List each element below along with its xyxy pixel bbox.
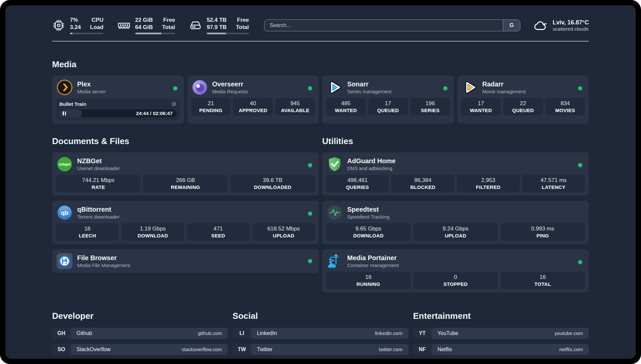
social-link-list: LI LinkedIn linkedin.com TW Twitter twit…	[232, 328, 408, 355]
nzbget-status-dot	[308, 163, 312, 167]
bookmark-link[interactable]: GH Github github.com	[52, 328, 228, 339]
stat-label: APPROVED	[235, 107, 271, 113]
utilities-column: Utilities AdGuard Home DNS and	[322, 136, 589, 292]
bookmark-link[interactable]: YT YouTube youtube.com	[413, 328, 589, 339]
qbittorrent-subtitle: Torrent downloader	[77, 214, 119, 220]
bookmark-url: stackoverflow.com	[182, 347, 222, 352]
disk-total: 97.9 TB	[207, 24, 227, 31]
stat-label: WANTED	[463, 107, 499, 113]
bookmark-abbr: LI	[232, 328, 251, 339]
nzbget-subtitle: Usenet downloader	[77, 166, 120, 171]
ram-label-2: Total	[162, 24, 175, 31]
stat-value: 16	[328, 274, 409, 281]
stat-value: 21	[193, 100, 229, 107]
sonarr-app-link[interactable]: Sonarr Series management	[326, 79, 450, 98]
sonarr-icon	[327, 79, 343, 95]
ram-label-1: Free	[162, 16, 175, 24]
stat-box: 0.993 ms PING	[501, 223, 585, 241]
stat-value: 1.19 Gbps	[123, 226, 182, 232]
bookmark-name: LinkedIn	[257, 330, 277, 336]
plex-status-dot	[173, 86, 177, 90]
bookmark-link[interactable]: NF Netflix netflix.com	[413, 344, 589, 355]
search-provider-button[interactable]: G	[503, 20, 520, 31]
nzbget-stats: 744.21 Mbps RATE 266 GB REMAINING 39.6 T…	[56, 175, 315, 192]
gear-icon[interactable]: ⚙	[171, 101, 176, 107]
plex-icon	[57, 79, 73, 95]
stat-box: 0 STOPPED	[413, 272, 498, 289]
card-adguard: AdGuard Home DNS and adblocking 498,461 …	[322, 152, 589, 196]
pause-icon[interactable]	[63, 111, 66, 115]
stat-label: LATENCY	[524, 184, 583, 190]
developer-link-list: GH Github github.com SO StackOverflow st…	[52, 328, 228, 359]
cpu-usage: 7%	[70, 16, 81, 24]
stat-value: 498,461	[328, 177, 387, 184]
stat-value: 9.65 Gbps	[328, 226, 409, 232]
plex-app-link[interactable]: Plex Media server	[56, 79, 180, 98]
bookmark-abbr: TW	[232, 344, 251, 355]
nzbget-title: NZBGet	[77, 157, 120, 165]
speedtest-subtitle: Speedtest Tracking	[347, 214, 389, 220]
disk-metric: 52.4 TB97.9 TB FreeTotal	[189, 16, 249, 34]
stat-value: 266 GB	[145, 177, 226, 184]
stat-label: QUERIES	[328, 184, 387, 190]
speedtest-stats: 9.65 Gbps DOWNLOAD 9.24 Gbps UPLOAD 0.99…	[326, 223, 585, 241]
stat-box: 945 AVAILABLE	[275, 98, 315, 115]
section-title-social: Social	[232, 311, 408, 321]
bookmark-link[interactable]: LI LinkedIn linkedin.com	[232, 328, 408, 339]
plex-progress-fill	[59, 109, 82, 117]
documents-column: Documents & Files nzbget NZBGet Usenet d…	[52, 136, 319, 273]
section-title-media: Media	[52, 59, 589, 70]
radarr-app-link[interactable]: Radarr Movie management	[461, 79, 585, 98]
stat-label: QUEUED	[370, 107, 406, 113]
stat-box: 22 QUEUED	[503, 98, 543, 115]
adguard-title: AdGuard Home	[347, 157, 396, 165]
overseerr-title: Overseerr	[212, 80, 248, 88]
stat-box: 40 APPROVED	[233, 98, 273, 115]
overseerr-app-link[interactable]: Overseerr Media Requests	[191, 79, 315, 98]
overseerr-status-dot	[308, 86, 312, 90]
bookmark-link[interactable]: TW Twitter twitter.com	[232, 344, 408, 355]
stat-box: 2,953 FILTERED	[457, 175, 520, 192]
bookmark-name: StackOverflow	[76, 347, 110, 352]
bookmark-link[interactable]: SO StackOverflow stackoverflow.com	[52, 344, 228, 355]
adguard-app-link[interactable]: AdGuard Home DNS and adblocking	[326, 156, 585, 175]
card-radarr: Radarr Movie management 17 WANTED 22 QUE…	[457, 76, 589, 124]
search-input[interactable]	[264, 20, 503, 31]
bookmark-abbr: GH	[52, 328, 71, 339]
qbittorrent-app-link[interactable]: qb qBittorrent Torrent downloader	[56, 204, 315, 223]
stat-label: STOPPED	[415, 281, 496, 287]
stat-value: 9.24 Gbps	[415, 226, 496, 232]
stat-value: 17	[463, 100, 499, 107]
radarr-status-dot	[578, 86, 582, 90]
stat-label: WANTED	[328, 107, 364, 113]
nzbget-app-link[interactable]: nzbget NZBGet Usenet downloader	[56, 156, 315, 175]
portainer-app-link[interactable]: Media Portainer Container management	[326, 253, 585, 272]
filebrowser-app-link[interactable]: File Browser Media File Management	[56, 253, 315, 270]
qbittorrent-status-dot	[308, 211, 312, 216]
middle-grid: Documents & Files nzbget NZBGet Usenet d…	[52, 136, 589, 292]
stat-box: 266 GB REMAINING	[143, 175, 228, 192]
adguard-subtitle: DNS and adblocking	[347, 166, 396, 171]
stat-value: 86,384	[393, 177, 452, 184]
bookmark-url: netflix.com	[559, 347, 583, 352]
plex-progress-bar[interactable]: 24:44 / 02:06:47	[59, 109, 177, 117]
stat-value: 945	[277, 100, 313, 107]
cpu-label-2: Load	[90, 24, 104, 31]
social-links: Social LI LinkedIn linkedin.com TW Twitt…	[232, 311, 408, 359]
plex-now-playing: Bullet Train ⚙ 24:44 / 02:06:47	[56, 99, 180, 120]
bookmark-abbr: NF	[413, 344, 432, 355]
disk-label-1: Free	[236, 16, 249, 24]
stat-value: 16	[58, 226, 117, 232]
weather-widget: Lviv, 16.87°C scattered clouds	[533, 19, 589, 32]
card-speedtest: Speedtest Speedtest Tracking 9.65 Gbps D…	[322, 201, 589, 244]
adguard-icon	[327, 156, 343, 172]
stat-box: 17 QUEUED	[368, 98, 408, 115]
speedtest-app-link[interactable]: Speedtest Speedtest Tracking	[326, 204, 585, 223]
stat-label: SEED	[189, 233, 248, 238]
weather-location: Lviv, 16.87°C	[553, 19, 589, 26]
portainer-icon	[327, 253, 343, 269]
stat-label: DOWNLOAD	[328, 233, 409, 238]
sonarr-status-dot	[443, 86, 447, 90]
section-title-utilities: Utilities	[322, 136, 589, 146]
stat-label: PING	[503, 233, 583, 238]
